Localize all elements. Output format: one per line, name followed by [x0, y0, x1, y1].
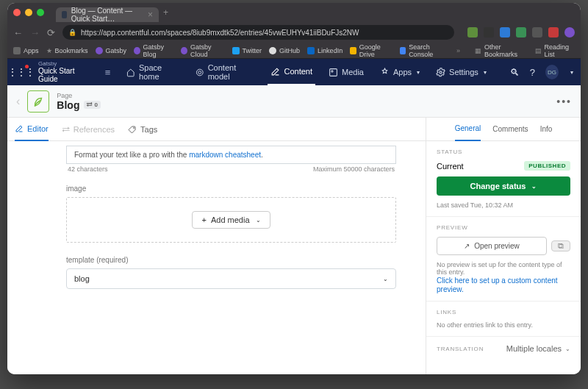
- bookmark-item[interactable]: Google Drive: [350, 43, 392, 58]
- bookmark-item[interactable]: Twitter: [232, 47, 262, 54]
- help-icon[interactable]: ?: [530, 67, 535, 78]
- tab-close-icon[interactable]: ×: [148, 10, 153, 20]
- bookmark-item[interactable]: Apps: [13, 47, 39, 54]
- traffic-lights: [13, 9, 44, 16]
- link-count-chip[interactable]: ⮂ 0: [84, 101, 100, 109]
- bookmark-item[interactable]: GitHub: [269, 47, 300, 54]
- nav-content[interactable]: Content: [268, 59, 315, 85]
- plus-icon: +: [201, 215, 206, 224]
- preview-none: No preview is set up for the content typ…: [437, 261, 570, 276]
- bookmark-item[interactable]: Search Console: [400, 43, 449, 58]
- references-icon: ⮂: [62, 125, 70, 134]
- chevron-down-icon: ⌄: [531, 183, 537, 190]
- svg-point-3: [331, 70, 333, 71]
- entry-type-label: Page: [57, 92, 101, 99]
- url-text: https://app.contentful.com/spaces/8iub9m…: [81, 29, 359, 37]
- translation-select[interactable]: Multiple locales: [506, 344, 562, 353]
- markdown-hint: Format your text like a pro with the mar…: [66, 146, 396, 164]
- nav-apps[interactable]: Apps▾: [377, 59, 423, 85]
- editor-tabs: Editor ⮂References Tags: [7, 118, 426, 141]
- svg-point-5: [134, 127, 135, 128]
- ext-icon[interactable]: [516, 27, 526, 38]
- nav-space-home[interactable]: Space home: [123, 59, 182, 85]
- sidebar: General Comments Info STATUS CurrentPUBL…: [426, 118, 581, 374]
- extensions: [467, 27, 575, 38]
- avatar[interactable]: DG: [545, 65, 559, 79]
- published-badge: PUBLISHED: [524, 161, 570, 171]
- bookmark-item[interactable]: Gatsby Blog: [134, 43, 173, 58]
- address-bar-row: ← → ⟳ 🔒 https://app.contentful.com/space…: [7, 22, 581, 43]
- entry-header: ‹ Page Blog ⮂ 0 •••: [7, 85, 581, 118]
- bookmark-item[interactable]: Gatsby Cloud: [181, 43, 224, 58]
- space-selector[interactable]: Gatsby Quick Start Guide: [38, 61, 90, 84]
- template-label: template (required): [66, 256, 396, 264]
- nav-content-model[interactable]: Content model: [193, 59, 257, 85]
- bookmark-item[interactable]: ★Bookmarks: [46, 47, 88, 54]
- bookmark-item[interactable]: LinkedIn: [307, 47, 343, 54]
- ext-icon[interactable]: [564, 27, 575, 38]
- chevron-down-icon[interactable]: ▾: [570, 69, 573, 76]
- change-status-button[interactable]: Change status⌄: [437, 176, 570, 196]
- side-tabs: General Comments Info: [426, 118, 581, 141]
- status-heading: STATUS: [437, 149, 570, 155]
- char-max: Maximum 50000 characters: [313, 165, 395, 173]
- search-icon[interactable]: 🔍︎: [510, 67, 520, 78]
- tab-editor[interactable]: Editor: [15, 118, 49, 141]
- chevron-down-icon[interactable]: ⌄: [565, 346, 570, 352]
- chevron-down-icon: ⌄: [256, 217, 261, 224]
- ext-icon[interactable]: [467, 27, 478, 38]
- maximize-icon[interactable]: [37, 9, 44, 16]
- ext-icon[interactable]: [548, 27, 559, 38]
- menu-icon[interactable]: ≡: [105, 67, 111, 78]
- nav-media[interactable]: Media: [326, 59, 367, 85]
- links-none: No other entries link to this entry.: [437, 321, 570, 329]
- address-bar[interactable]: 🔒 https://app.contentful.com/spaces/8iub…: [62, 25, 454, 40]
- copy-preview-icon[interactable]: ⧉: [551, 240, 570, 251]
- bookmark-folder[interactable]: ▦Other Bookmarks: [475, 43, 528, 58]
- new-tab-icon[interactable]: +: [163, 7, 168, 18]
- template-value: blog: [74, 274, 90, 283]
- tab-references[interactable]: ⮂References: [62, 118, 115, 141]
- translation-heading: TRANSLATION: [437, 346, 484, 352]
- nav-settings[interactable]: Settings▾: [433, 59, 490, 85]
- add-media-button[interactable]: +Add media⌄: [192, 211, 270, 229]
- side-tab-general[interactable]: General: [455, 118, 481, 141]
- browser-tab[interactable]: Blog — Content — Quick Start… ×: [56, 7, 159, 22]
- ext-icon[interactable]: [500, 27, 510, 38]
- minimize-icon[interactable]: [25, 9, 32, 16]
- forward-icon[interactable]: →: [30, 27, 40, 38]
- back-icon[interactable]: ←: [13, 27, 23, 38]
- more-icon[interactable]: •••: [556, 96, 572, 107]
- favicon-icon: [62, 11, 67, 18]
- svg-point-4: [440, 71, 442, 73]
- current-label: Current: [437, 162, 464, 171]
- side-tab-comments[interactable]: Comments: [492, 125, 528, 133]
- reload-icon[interactable]: ⟳: [47, 27, 55, 38]
- preview-setup-link[interactable]: Click here to set up a custom content pr…: [437, 276, 558, 293]
- entry-type-icon: [27, 90, 49, 113]
- image-label: image: [66, 185, 396, 193]
- external-icon: ↗: [464, 242, 470, 250]
- ext-icon[interactable]: [484, 27, 494, 38]
- titlebar: Blog — Content — Quick Start… × +: [7, 3, 581, 22]
- chevron-down-icon: ⌄: [383, 276, 388, 282]
- cheatsheet-link[interactable]: markdown cheatsheet: [189, 151, 261, 159]
- app-switcher-icon[interactable]: ⋮⋮⋮: [15, 65, 28, 79]
- close-icon[interactable]: [13, 9, 21, 16]
- app-root: ⋮⋮⋮ Gatsby Quick Start Guide ≡ Space hom…: [7, 59, 581, 374]
- back-chevron-icon[interactable]: ‹: [16, 95, 20, 108]
- links-heading: LINKS: [437, 309, 570, 315]
- open-preview-button[interactable]: ↗Open preview: [437, 237, 547, 255]
- template-select[interactable]: blog ⌄: [66, 268, 396, 289]
- entry-title: Blog: [57, 99, 79, 111]
- image-dropzone[interactable]: +Add media⌄: [66, 197, 396, 243]
- bookmark-bar: Apps ★Bookmarks Gatsby Gatsby Blog Gatsb…: [7, 43, 581, 59]
- ext-icon[interactable]: [532, 27, 542, 38]
- bookmark-item[interactable]: Gatsby: [96, 47, 127, 54]
- char-count: 42 characters: [68, 165, 108, 173]
- editor-content: Format your text like a pro with the mar…: [7, 141, 426, 374]
- reading-list[interactable]: ▤Reading List: [535, 43, 575, 58]
- tab-tags[interactable]: Tags: [128, 118, 157, 141]
- side-tab-info[interactable]: Info: [540, 125, 553, 133]
- svg-point-1: [198, 71, 201, 74]
